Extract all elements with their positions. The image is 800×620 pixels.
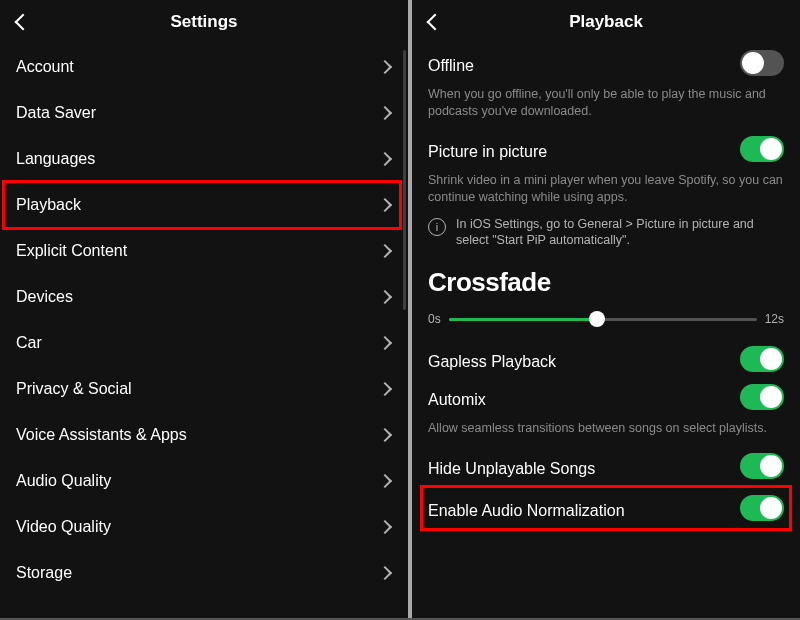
settings-item-label: Data Saver [16, 104, 96, 122]
gapless-row: Gapless Playback [426, 340, 786, 378]
chevron-right-icon [378, 428, 392, 442]
chevron-right-icon [378, 152, 392, 166]
settings-pane: Settings Account Data Saver Languages Pl… [0, 0, 412, 618]
settings-item-video-quality[interactable]: Video Quality [0, 504, 408, 550]
chevron-right-icon [378, 290, 392, 304]
toggle-knob-icon [760, 455, 782, 477]
hide-unplayable-toggle[interactable] [740, 453, 784, 479]
settings-header: Settings [0, 0, 408, 44]
offline-desc: When you go offline, you'll only be able… [426, 82, 786, 130]
automix-toggle[interactable] [740, 384, 784, 410]
normalize-label: Enable Audio Normalization [428, 496, 625, 520]
chevron-right-icon [378, 336, 392, 350]
settings-item-data-saver[interactable]: Data Saver [0, 90, 408, 136]
settings-item-car[interactable]: Car [0, 320, 408, 366]
page-title: Playback [412, 12, 800, 32]
settings-item-label: Devices [16, 288, 73, 306]
automix-desc: Allow seamless transitions between songs… [426, 416, 786, 447]
automix-label: Automix [428, 385, 486, 409]
settings-item-devices[interactable]: Devices [0, 274, 408, 320]
chevron-right-icon [378, 244, 392, 258]
chevron-right-icon [378, 198, 392, 212]
chevron-right-icon [378, 382, 392, 396]
toggle-knob-icon [760, 386, 782, 408]
settings-item-audio-quality[interactable]: Audio Quality [0, 458, 408, 504]
chevron-right-icon [378, 106, 392, 120]
normalize-toggle[interactable] [740, 495, 784, 521]
hide-unplayable-row: Hide Unplayable Songs [426, 447, 786, 485]
slider-fill-icon [449, 318, 597, 321]
settings-item-label: Account [16, 58, 74, 76]
settings-item-label: Storage [16, 564, 72, 582]
chevron-left-icon [427, 14, 444, 31]
settings-item-languages[interactable]: Languages [0, 136, 408, 182]
pip-toggle[interactable] [740, 136, 784, 162]
hide-unplayable-label: Hide Unplayable Songs [428, 454, 595, 478]
settings-item-label: Audio Quality [16, 472, 111, 490]
toggle-knob-icon [742, 52, 764, 74]
gapless-label: Gapless Playback [428, 347, 556, 371]
toggle-knob-icon [760, 138, 782, 160]
pip-desc: Shrink video in a mini player when you l… [426, 168, 786, 216]
settings-item-label: Voice Assistants & Apps [16, 426, 187, 444]
settings-item-label: Video Quality [16, 518, 111, 536]
automix-row: Automix [426, 378, 786, 416]
playback-header: Playback [412, 0, 800, 44]
settings-item-label: Car [16, 334, 42, 352]
playback-pane: Playback Offline When you go offline, yo… [412, 0, 800, 618]
chevron-right-icon [378, 566, 392, 580]
settings-item-label: Privacy & Social [16, 380, 132, 398]
pip-info-text: In iOS Settings, go to General > Picture… [456, 216, 786, 250]
settings-item-storage[interactable]: Storage [0, 550, 408, 596]
offline-toggle[interactable] [740, 50, 784, 76]
settings-item-explicit-content[interactable]: Explicit Content [0, 228, 408, 274]
chevron-right-icon [378, 474, 392, 488]
chevron-right-icon [378, 60, 392, 74]
crossfade-max-label: 12s [765, 312, 784, 326]
toggle-knob-icon [760, 348, 782, 370]
back-button[interactable] [14, 13, 32, 31]
pip-label: Picture in picture [428, 137, 547, 161]
settings-item-label: Playback [16, 196, 81, 214]
back-button[interactable] [426, 13, 444, 31]
settings-item-label: Languages [16, 150, 95, 168]
crossfade-heading: Crossfade [426, 257, 786, 306]
crossfade-slider[interactable] [449, 310, 757, 328]
normalize-row: Enable Audio Normalization [426, 485, 786, 531]
pip-row: Picture in picture [426, 130, 786, 168]
page-title: Settings [0, 12, 408, 32]
pip-info-row: i In iOS Settings, go to General > Pictu… [426, 216, 786, 258]
toggle-knob-icon [760, 497, 782, 519]
settings-item-privacy-social[interactable]: Privacy & Social [0, 366, 408, 412]
chevron-left-icon [15, 14, 32, 31]
settings-list: Account Data Saver Languages Playback Ex… [0, 44, 408, 596]
info-icon: i [428, 218, 446, 236]
chevron-right-icon [378, 520, 392, 534]
settings-item-playback[interactable]: Playback [0, 182, 408, 228]
offline-row: Offline [426, 44, 786, 82]
crossfade-min-label: 0s [428, 312, 441, 326]
crossfade-slider-row: 0s 12s [426, 306, 786, 340]
offline-label: Offline [428, 51, 474, 75]
settings-item-label: Explicit Content [16, 242, 127, 260]
slider-thumb-icon [589, 311, 605, 327]
gapless-toggle[interactable] [740, 346, 784, 372]
settings-item-voice-assistants[interactable]: Voice Assistants & Apps [0, 412, 408, 458]
settings-item-account[interactable]: Account [0, 44, 408, 90]
